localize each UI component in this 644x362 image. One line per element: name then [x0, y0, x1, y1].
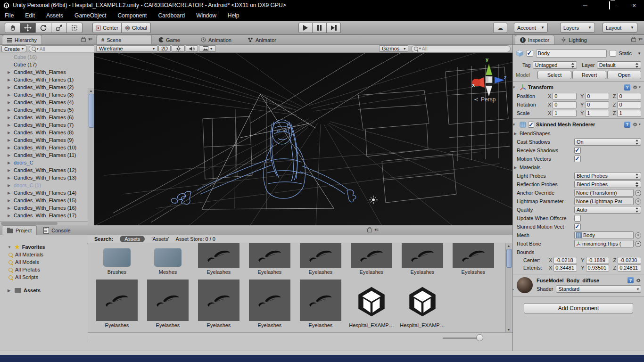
- foldout-arrow[interactable]: ▼: [8, 245, 12, 249]
- layout-dropdown[interactable]: Layout▼: [603, 23, 637, 33]
- hierarchy-item[interactable]: ▶Candles_With_Flames (6): [0, 114, 94, 121]
- foldout-arrow[interactable]: ▶: [8, 214, 14, 218]
- cloud-button[interactable]: ☁: [493, 23, 507, 33]
- account-dropdown[interactable]: Account▼: [514, 23, 548, 33]
- foldout-arrow[interactable]: ▶: [514, 165, 520, 170]
- foldout-arrow[interactable]: ▶: [8, 131, 14, 135]
- restore-button[interactable]: [603, 2, 616, 9]
- asset-item[interactable]: Eyelashes: [448, 243, 499, 275]
- root-bone-field[interactable]: mixamorig:Hips (: [574, 240, 634, 247]
- menu-help[interactable]: Help: [228, 12, 239, 19]
- hierarchy-item[interactable]: ▶Candles_With_Flames (15): [0, 197, 94, 204]
- shader-dropdown[interactable]: Standard▾: [556, 285, 641, 293]
- asset-item[interactable]: Eyelashes: [244, 243, 295, 275]
- favorites-item[interactable]: All Prefabs: [0, 266, 87, 273]
- add-component-button[interactable]: Add Component: [524, 303, 633, 313]
- panel-menu-icon[interactable]: ▾≡: [88, 37, 92, 41]
- effects-dropdown-button[interactable]: ▾: [199, 45, 216, 52]
- skinned-mesh-renderer-header[interactable]: ▼ Skinned Mesh Renderer ? ▼: [513, 120, 644, 129]
- hand-tool-button[interactable]: [5, 23, 20, 33]
- rotation-y-field[interactable]: 0: [585, 101, 609, 108]
- pivot-center-button[interactable]: Center: [92, 23, 122, 33]
- foldout-arrow[interactable]: ▶: [8, 168, 14, 173]
- create-button[interactable]: Create▾: [1, 45, 26, 52]
- hierarchy-item[interactable]: ▶Candles_With_Flames (7): [0, 121, 94, 129]
- scale-z-field[interactable]: 1: [617, 110, 641, 117]
- space-global-button[interactable]: Global: [122, 23, 151, 33]
- static-dropdown-icon[interactable]: ▼: [637, 51, 641, 56]
- favorites-item[interactable]: All Models: [0, 258, 87, 266]
- foldout-arrow[interactable]: ▶: [8, 93, 14, 97]
- object-picker-icon[interactable]: [635, 232, 641, 239]
- thumbnail-size-slider-track[interactable]: [443, 337, 479, 339]
- static-checkbox[interactable]: [610, 50, 616, 57]
- scroll-down-icon[interactable]: ▼: [506, 328, 512, 331]
- tab-console[interactable]: Console: [39, 226, 75, 235]
- gear-icon[interactable]: [636, 278, 641, 283]
- active-checkbox[interactable]: [527, 50, 533, 57]
- light-probes-dropdown[interactable]: Blend Probes: [574, 172, 641, 180]
- foldout-arrow[interactable]: ▶: [8, 123, 14, 127]
- foldout-arrow[interactable]: ▶: [8, 115, 14, 120]
- skinned-motion-vectors-checkbox[interactable]: [574, 223, 581, 230]
- hierarchy-item[interactable]: ▶Candles_With_Flames (5): [0, 106, 94, 114]
- foldout-arrow[interactable]: ▶: [8, 288, 12, 293]
- hierarchy-horizontal-scrollbar[interactable]: [0, 221, 88, 225]
- tab-game[interactable]: Game: [154, 35, 185, 44]
- bounds-center-y-field[interactable]: -0.1889: [586, 257, 610, 264]
- foldout-arrow[interactable]: ▶: [8, 206, 14, 210]
- hierarchy-item[interactable]: ▶Candles_With_Flames (13): [0, 174, 94, 181]
- foldout-arrow[interactable]: ▶: [8, 153, 14, 157]
- gameobject-name-field[interactable]: [536, 49, 607, 58]
- menu-gameobject[interactable]: GameObject: [74, 12, 106, 19]
- assets-root[interactable]: ▶ Assets: [0, 287, 87, 294]
- asset-item[interactable]: Hespital_EXAMP…: [346, 280, 397, 328]
- lock-icon[interactable]: [631, 38, 636, 42]
- hierarchy-item[interactable]: ▶Candles_With_Flames (16): [0, 204, 94, 212]
- bounds-extents-z-field[interactable]: 0.24811: [618, 264, 641, 272]
- gear-icon[interactable]: ▼: [632, 122, 641, 127]
- scale-x-field[interactable]: 1: [553, 110, 577, 117]
- asset-item[interactable]: Eyelashes: [346, 243, 397, 275]
- pause-button[interactable]: [313, 23, 327, 33]
- model-select-button[interactable]: Select: [537, 71, 571, 79]
- gizmo-z-label[interactable]: z: [504, 74, 507, 80]
- hierarchy-item[interactable]: Cube (17): [0, 61, 94, 68]
- hierarchy-item[interactable]: ▶Candles_With_Flames (9): [0, 136, 94, 144]
- scene-search-input[interactable]: [422, 46, 508, 51]
- position-y-field[interactable]: 0: [585, 93, 609, 100]
- gizmo-x-label[interactable]: x: [472, 82, 475, 88]
- hierarchy-item[interactable]: ▶Candles_With_Flames (4): [0, 99, 94, 106]
- hierarchy-item[interactable]: ▶Candles_With_Flames (14): [0, 189, 94, 197]
- transform-component-header[interactable]: ▼ Transform ? ▼: [513, 82, 644, 92]
- favorites-item[interactable]: All Scripts: [0, 273, 87, 281]
- hierarchy-item[interactable]: ▶Candles_With_Flames (11): [0, 151, 94, 159]
- hierarchy-item[interactable]: ▶doors_C (1): [0, 181, 94, 189]
- foldout-arrow[interactable]: ▶: [8, 85, 14, 90]
- move-tool-button[interactable]: [20, 23, 36, 33]
- foldout-arrow[interactable]: ▶: [8, 100, 14, 105]
- hierarchy-item[interactable]: ▶Candles_With_Flames (2): [0, 83, 94, 91]
- scrollbar-thumb[interactable]: [89, 94, 94, 128]
- rect-tool-button[interactable]: [67, 23, 83, 33]
- scale-y-field[interactable]: 1: [585, 110, 609, 117]
- hierarchy-item[interactable]: ▶Candles_With_Flames (12): [0, 166, 94, 174]
- object-picker-icon[interactable]: [635, 198, 641, 205]
- quality-dropdown[interactable]: Auto: [574, 206, 641, 214]
- menu-assets[interactable]: Assets: [46, 12, 63, 19]
- bounds-extents-y-field[interactable]: 0.93501: [586, 264, 610, 272]
- step-button[interactable]: [327, 23, 341, 33]
- hierarchy-item[interactable]: ▶Candles_With_Flames (10): [0, 144, 94, 151]
- lock-icon[interactable]: [81, 38, 86, 42]
- foldout-arrow[interactable]: ▶: [8, 108, 14, 112]
- rotation-z-field[interactable]: 0: [617, 101, 641, 108]
- update-when-offscreen-checkbox[interactable]: [574, 215, 581, 222]
- bounds-center-x-field[interactable]: -0.0218: [553, 257, 577, 264]
- play-button[interactable]: [298, 23, 313, 33]
- asset-item[interactable]: Eyelashes: [193, 243, 244, 275]
- tab-scene[interactable]: # Scene: [96, 35, 152, 44]
- cast-shadows-dropdown[interactable]: On: [574, 138, 641, 146]
- favorites-item[interactable]: All Materials: [0, 251, 87, 258]
- hierarchy-item[interactable]: ▶Candles_With_Flames: [0, 68, 94, 76]
- scroll-up-icon[interactable]: ▲: [506, 244, 512, 247]
